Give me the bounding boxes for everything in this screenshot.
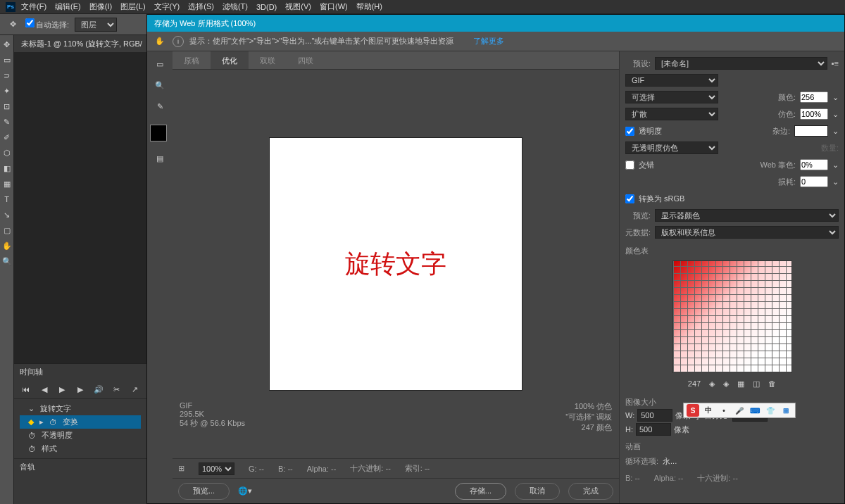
- lasso-tool[interactable]: ⊃: [0, 69, 13, 82]
- ime-voice-icon[interactable]: 🎤: [733, 404, 746, 417]
- stopwatch-icon[interactable]: ⏱: [28, 445, 36, 453]
- hand-tool-icon[interactable]: ✋: [153, 34, 167, 49]
- menu-image[interactable]: 图像(I): [87, 0, 115, 13]
- stamp-tool[interactable]: ⬡: [0, 146, 13, 159]
- menu-edit[interactable]: 编辑(E): [52, 0, 84, 13]
- ct-new-icon[interactable]: ◫: [753, 379, 760, 389]
- ct-trash-icon[interactable]: 🗑: [768, 379, 776, 388]
- dither-method-select[interactable]: 扩散: [625, 108, 718, 120]
- color-swatch[interactable]: [150, 125, 167, 141]
- interlace-checkbox[interactable]: [625, 160, 634, 170]
- move-tool[interactable]: ✥: [0, 38, 13, 51]
- slice-select-icon[interactable]: ▭: [150, 56, 170, 73]
- menu-select[interactable]: 选择(S): [185, 0, 217, 13]
- ime-logo-icon[interactable]: S: [687, 404, 699, 417]
- menu-window[interactable]: 窗口(W): [317, 0, 351, 13]
- play-icon[interactable]: ▶: [56, 383, 68, 396]
- format-select[interactable]: GIF: [625, 74, 718, 87]
- layer-select[interactable]: 图层: [75, 18, 117, 32]
- timeline-row-opacity[interactable]: ⏱ 不透明度: [20, 429, 141, 442]
- gradient-tool[interactable]: ▦: [0, 177, 13, 190]
- menu-layer[interactable]: 图层(L): [118, 0, 148, 13]
- text-tool[interactable]: T: [0, 193, 13, 206]
- timeline-row-transform[interactable]: ◆▸ ⏱ 变换: [20, 415, 141, 429]
- chevron-down-icon[interactable]: ⌄: [832, 110, 839, 119]
- ime-skin-icon[interactable]: 👕: [764, 404, 777, 417]
- slice-visibility-icon[interactable]: ▤: [150, 150, 170, 167]
- menu-text[interactable]: 文字(Y): [151, 0, 183, 13]
- menu-help[interactable]: 帮助(H): [353, 0, 385, 13]
- websnap-input[interactable]: [800, 159, 828, 170]
- timeline-group[interactable]: ⌄ 旋转文字: [20, 402, 141, 415]
- path-tool[interactable]: ↘: [0, 208, 13, 221]
- zoom-icon[interactable]: 🔍: [150, 77, 170, 94]
- lossy-input[interactable]: [800, 176, 828, 187]
- auto-select-checkbox[interactable]: [25, 18, 35, 27]
- transparency-checkbox[interactable]: [625, 127, 634, 136]
- stopwatch-icon[interactable]: ⏱: [49, 418, 57, 427]
- colors-input[interactable]: [800, 92, 828, 103]
- preset-menu-icon[interactable]: ▪≡: [832, 59, 839, 68]
- brush-tool[interactable]: ✐: [0, 131, 13, 144]
- audio-track[interactable]: 音轨: [14, 458, 146, 475]
- menu-filter[interactable]: 滤镜(T): [220, 0, 251, 13]
- chevron-down-icon[interactable]: ⌄: [832, 160, 839, 170]
- trans-dither-select[interactable]: 无透明度仿色: [625, 141, 718, 154]
- height-input[interactable]: [636, 423, 671, 436]
- wand-tool[interactable]: ✦: [0, 84, 13, 97]
- ime-menu-icon[interactable]: ⊞: [780, 404, 792, 417]
- preview-button[interactable]: 预览...: [178, 483, 230, 500]
- srgb-checkbox[interactable]: [625, 194, 634, 203]
- tab-original[interactable]: 原稿: [173, 51, 211, 69]
- menu-file[interactable]: 文件(F): [18, 0, 49, 13]
- ime-punct-icon[interactable]: •: [718, 404, 730, 417]
- goto-start-icon[interactable]: ⏮: [20, 383, 32, 396]
- color-table[interactable]: [672, 260, 792, 373]
- shape-tool[interactable]: ▢: [0, 224, 13, 237]
- preset-select[interactable]: [未命名]: [655, 57, 827, 70]
- split-icon[interactable]: ✂: [111, 383, 123, 396]
- menu-3d[interactable]: 3D(D): [254, 1, 280, 13]
- menu-view[interactable]: 视图(V): [282, 0, 314, 13]
- preview-zoom[interactable]: 100%: [199, 462, 234, 475]
- tab-4up[interactable]: 四联: [287, 51, 325, 69]
- metadata-select[interactable]: 版权和联系信息: [655, 226, 839, 239]
- tab-2up[interactable]: 双联: [249, 51, 287, 69]
- transition-icon[interactable]: ↗: [128, 383, 141, 396]
- next-frame-icon[interactable]: ▶: [74, 383, 87, 396]
- browser-icon[interactable]: 🌐▾: [238, 486, 252, 496]
- preview-profile-select[interactable]: 显示器颜色: [655, 209, 839, 222]
- eyedropper-icon[interactable]: ✎: [150, 98, 170, 115]
- audio-icon[interactable]: 🔊: [92, 383, 105, 396]
- ct-icon[interactable]: ▦: [737, 379, 744, 389]
- ime-lang-icon[interactable]: 中: [702, 404, 715, 417]
- prev-frame-icon[interactable]: ◀: [38, 383, 51, 396]
- cancel-button[interactable]: 取消: [515, 483, 560, 500]
- ime-keyboard-icon[interactable]: ⌨: [749, 404, 761, 417]
- marquee-tool[interactable]: ▭: [0, 53, 13, 66]
- chevron-down-icon[interactable]: ⌄: [832, 177, 839, 187]
- ime-toolbar[interactable]: S 中 • 🎤 ⌨ 👕 ⊞: [683, 403, 796, 418]
- ct-icon[interactable]: ◈: [723, 379, 729, 389]
- dither-amount-input[interactable]: [800, 108, 828, 120]
- zoom-tool[interactable]: 🔍: [0, 255, 13, 267]
- timeline-tab[interactable]: 时间轴: [14, 364, 146, 380]
- matte-color[interactable]: [794, 125, 828, 137]
- save-for-web-dialog: 存储为 Web 所用格式 (100%) ✋ i 提示：使用"文件">"导出">"…: [146, 14, 845, 504]
- preview-canvas[interactable]: 旋转文字 GIF 295.5K 54 秒 @ 56.6 Kbps 100% 仿色…: [173, 70, 619, 458]
- crop-tool[interactable]: ⊡: [0, 100, 13, 113]
- chevron-down-icon[interactable]: ⌄: [832, 127, 839, 136]
- stopwatch-icon[interactable]: ⏱: [28, 431, 36, 440]
- eyedropper-tool[interactable]: ✎: [0, 115, 13, 128]
- hand-tool[interactable]: ✋: [0, 239, 13, 252]
- save-button[interactable]: 存储...: [455, 483, 506, 500]
- tab-optimized[interactable]: 优化: [211, 51, 249, 69]
- ct-icon[interactable]: ◈: [709, 379, 715, 389]
- done-button[interactable]: 完成: [568, 483, 613, 500]
- reduction-select[interactable]: 可选择: [625, 91, 718, 103]
- width-input[interactable]: [637, 409, 672, 422]
- chevron-down-icon[interactable]: ⌄: [832, 93, 839, 102]
- eraser-tool[interactable]: ◧: [0, 162, 13, 175]
- learn-more-link[interactable]: 了解更多: [473, 36, 504, 46]
- timeline-row-style[interactable]: ⏱ 样式: [20, 442, 141, 455]
